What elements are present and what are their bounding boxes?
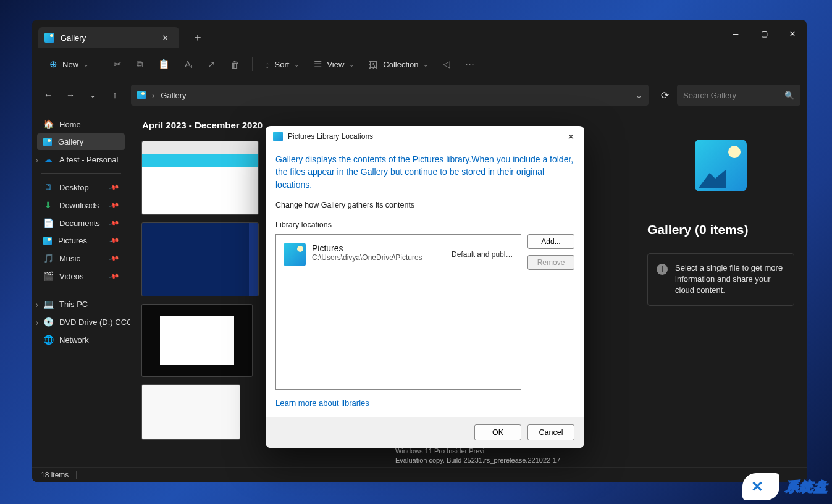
sidebar-label: Documents: [59, 219, 100, 228]
address-row: ← → ⌄ ↑ › Gallery ⌄ ⟳ Search Gallery 🔍: [32, 80, 807, 110]
library-note: Default and public s...: [452, 250, 513, 259]
thumbnail[interactable]: [142, 141, 258, 214]
sidebar-label: Gallery: [58, 137, 83, 146]
up-button[interactable]: ↑: [105, 85, 125, 105]
rename-icon: Aᵢ: [185, 59, 193, 70]
toolbar: ⊕ New ⌄ ✂ ⧉ 📋 Aᵢ ↗ 🗑 ↕ Sort ⌄ ☰ View ⌄ 🖼…: [32, 48, 807, 80]
new-button[interactable]: ⊕ New ⌄: [43, 55, 95, 74]
sidebar-item-videos[interactable]: 🎬 Videos 📌: [37, 267, 125, 285]
pin-icon: 📌: [109, 253, 120, 264]
view-icon: ☰: [314, 59, 322, 70]
pin-icon: 📌: [109, 182, 120, 193]
gallery-large-icon: [695, 140, 747, 191]
sort-icon: ↕: [265, 59, 270, 70]
pictures-icon: [284, 243, 306, 266]
sidebar-item-pictures[interactable]: Pictures 📌: [37, 232, 125, 249]
watermark-text: 系统盘: [786, 478, 828, 495]
ok-button[interactable]: OK: [474, 424, 521, 440]
cut-icon: ✂: [114, 59, 122, 70]
remove-button[interactable]: Remove: [527, 255, 574, 270]
cut-button[interactable]: ✂: [107, 55, 128, 74]
cancel-button[interactable]: Cancel: [527, 424, 574, 440]
onedrive-icon: ☁: [43, 154, 53, 164]
rename-button[interactable]: Aᵢ: [179, 55, 199, 74]
dialog-close-button[interactable]: ✕: [562, 130, 579, 143]
view-button[interactable]: ☰ View ⌄: [308, 55, 360, 74]
home-icon: 🏠: [43, 119, 53, 129]
copy-button[interactable]: ⧉: [130, 55, 149, 74]
sidebar-item-home[interactable]: 🏠 Home: [37, 116, 125, 133]
pc-icon: 💻: [43, 299, 53, 309]
thumbnail[interactable]: [142, 304, 252, 376]
copy-icon: ⧉: [137, 59, 143, 70]
sidebar-item-documents[interactable]: 📄 Documents 📌: [37, 214, 125, 232]
thumbnail[interactable]: [142, 223, 258, 296]
new-label: New: [62, 60, 78, 69]
collection-button[interactable]: 🖼 Collection ⌄: [363, 56, 434, 74]
more-button[interactable]: ⋯: [459, 55, 481, 74]
sort-label: Sort: [275, 60, 290, 69]
library-list[interactable]: Pictures C:\Users\divya\OneDrive\Picture…: [275, 234, 521, 390]
minimize-button[interactable]: ─: [721, 20, 750, 48]
sidebar-label: This PC: [59, 300, 88, 309]
close-window-button[interactable]: ✕: [778, 20, 807, 48]
gallery-icon: [44, 33, 54, 43]
divider: [76, 471, 77, 479]
library-path: C:\Users\divya\OneDrive\Pictures: [312, 253, 445, 262]
add-button[interactable]: Add...: [527, 234, 574, 249]
sidebar-item-onedrive[interactable]: ☁ A test - Personal: [37, 151, 125, 168]
search-placeholder: Search Gallery: [683, 91, 736, 100]
sidebar-item-gallery[interactable]: Gallery: [37, 133, 125, 150]
sort-button[interactable]: ↕ Sort ⌄: [259, 56, 305, 74]
maximize-button[interactable]: ▢: [750, 20, 778, 48]
close-tab-icon[interactable]: ✕: [159, 33, 170, 43]
sidebar-item-network[interactable]: 🌐 Network: [37, 331, 125, 348]
collection-label: Collection: [383, 60, 418, 69]
image-icon: 🖼: [369, 59, 378, 70]
desktop-icon: 🖥: [43, 182, 53, 192]
sidebar-item-music[interactable]: 🎵 Music 📌: [37, 250, 125, 267]
address-bar[interactable]: › Gallery ⌄: [131, 85, 649, 106]
share-icon: ↗: [208, 59, 216, 70]
downloads-icon: ⬇: [43, 200, 53, 210]
sidebar-item-desktop[interactable]: 🖥 Desktop 📌: [37, 178, 125, 196]
learn-more-link[interactable]: Learn more about libraries: [275, 398, 369, 408]
status-bar: 18 items: [32, 467, 807, 482]
details-pane: Gallery (0 items) i Select a single file…: [635, 110, 807, 467]
library-locations-dialog: Pictures Library Locations ✕ Gallery dis…: [266, 126, 584, 448]
forward-button[interactable]: →: [61, 85, 80, 105]
thumbnail[interactable]: [142, 385, 240, 439]
status-items: 18 items: [41, 471, 69, 479]
new-tab-button[interactable]: ＋: [190, 30, 205, 44]
watermark-logo: [742, 473, 779, 500]
recent-button[interactable]: ⌄: [83, 85, 103, 105]
pin-icon: 📌: [109, 235, 120, 246]
tab-gallery[interactable]: Gallery ✕: [38, 27, 179, 48]
library-item[interactable]: Pictures C:\Users\divya\OneDrive\Picture…: [281, 240, 516, 269]
search-input[interactable]: Search Gallery 🔍: [677, 85, 800, 106]
evaluation-watermark: Windows 11 Pro Insider Previ Evaluation …: [395, 447, 560, 464]
chevron-down-icon[interactable]: ⌄: [636, 91, 642, 100]
pictures-icon: [273, 132, 283, 141]
share-button[interactable]: ↗: [201, 55, 222, 74]
refresh-button[interactable]: ⟳: [655, 85, 674, 105]
back-button[interactable]: ←: [38, 85, 58, 105]
sidebar: 🏠 Home Gallery ☁ A test - Personal 🖥 Des…: [32, 110, 130, 467]
details-title: Gallery (0 items): [647, 222, 794, 237]
delete-button[interactable]: 🗑: [224, 56, 246, 74]
chevron-down-icon: ⌄: [83, 61, 88, 68]
details-hint-box: i Select a single file to get more infor…: [647, 253, 794, 306]
chevron-down-icon: ⌄: [294, 61, 299, 68]
more-icon: ⋯: [465, 59, 474, 70]
cast-button[interactable]: ◁: [437, 55, 456, 74]
sidebar-item-thispc[interactable]: 💻 This PC: [37, 295, 125, 313]
dialog-subtitle: Change how Gallery gathers its contents: [275, 201, 574, 209]
window-controls: ─ ▢ ✕: [721, 20, 807, 48]
tab-title: Gallery: [61, 33, 153, 43]
chevron-down-icon: ⌄: [423, 61, 428, 68]
dialog-body: Gallery displays the contents of the Pic…: [266, 147, 584, 417]
paste-button[interactable]: 📋: [152, 55, 176, 74]
sidebar-label: Pictures: [58, 236, 87, 245]
sidebar-item-dvd[interactable]: 💿 DVD Drive (D:) CCC: [37, 313, 125, 330]
sidebar-item-downloads[interactable]: ⬇ Downloads 📌: [37, 196, 125, 214]
